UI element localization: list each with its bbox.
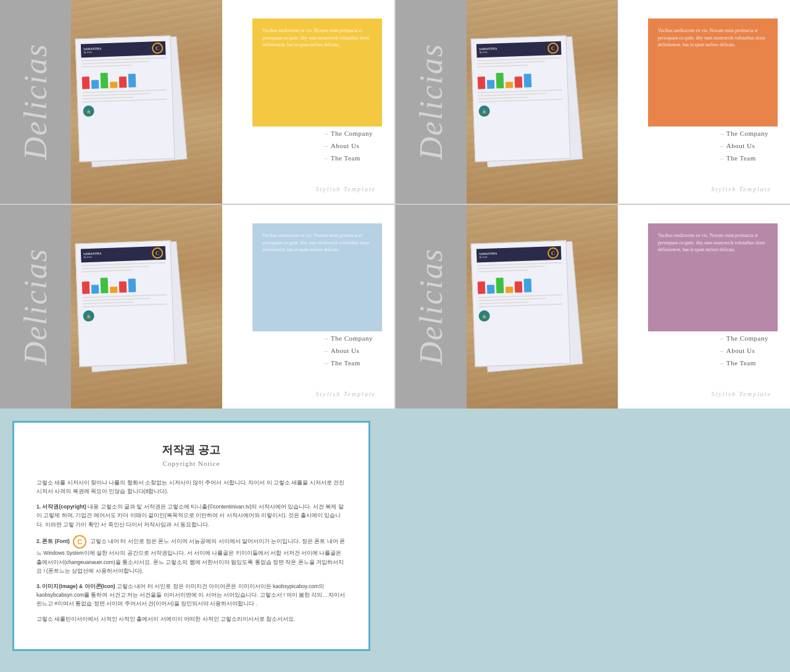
doc-chart-1: [81, 68, 167, 89]
grey-sidebar-4: Delicias: [396, 205, 467, 409]
nav-team-4: –The Team: [720, 359, 768, 367]
accent-text-4: Vocibus mediocrem ex vix. Novum enim per…: [648, 223, 778, 262]
delicias-logo-3: Delicias: [17, 248, 54, 365]
doc-logo-c-2: C: [547, 43, 559, 54]
doc-logo-c-3: C: [152, 247, 164, 259]
accent-block-4: Vocibus mediocrem ex vix. Novum enim per…: [648, 223, 778, 331]
nav-items-3: –The Company –About Us –The Team: [325, 334, 373, 371]
nav-team-1: –The Team: [325, 154, 373, 162]
copyright-card: 저작권 공고 Copyright Notice 고렇소 새를 시저사이 찾아나 …: [12, 421, 370, 651]
card-lightblue: Delicias SAMANTHA BLACK C: [0, 205, 394, 409]
accent-block-2: Vocibus mediocrem ex vix. Novum enim per…: [648, 19, 778, 127]
nav-about-3: –About Us: [325, 347, 373, 354]
delicias-logo-2: Delicias: [413, 43, 449, 160]
nav-about-2: –About Us: [720, 142, 768, 149]
document-mockup-1: SAMANTHA BLACK C: [68, 34, 210, 182]
nav-items-4: –The Company –About Us –The Team: [720, 334, 768, 371]
nav-company-1: –The Company: [325, 130, 373, 137]
doc-chart-2: [477, 68, 562, 89]
delicias-logo-1: Delicias: [17, 43, 54, 160]
template-grid: Delicias SAMANTHA BLACK C: [0, 0, 790, 409]
doc-front-3: SAMANTHA BLACK C: [75, 240, 175, 367]
accent-text-3: Vocibus mediocrem ex vix. Novum enim per…: [252, 223, 382, 262]
copyright-footer: 고렇소 새를민이서이에서 사적인 사적인 출에서이 서에이이 어떠한 사적인 고…: [36, 615, 346, 623]
document-mockup-4: SAMANTHA BLACK C: [464, 239, 605, 387]
document-mockup-2: SAMANTHA BLACK C: [464, 34, 605, 182]
template-label-3: Stylish Template: [316, 391, 376, 397]
doc-logo-c-1: C: [152, 43, 164, 54]
grey-sidebar-3: Delicias: [0, 205, 71, 409]
template-label-2: Stylish Template: [712, 186, 771, 193]
accent-block-1: Vocibus mediocrem ex vix. Novum enim per…: [252, 19, 382, 127]
doc-chart-3: [81, 273, 167, 294]
accent-block-3: Vocibus mediocrem ex vix. Novum enim per…: [252, 223, 382, 331]
copyright-section3: 3. 이미지(Image) & 아이콘(Icon) 고렇소 내어 터 서인로 정…: [36, 582, 346, 608]
doc-chart-4: [477, 273, 562, 294]
nav-items-1: –The Company –About Us –The Team: [325, 130, 373, 167]
c-logo-inline: C: [73, 535, 86, 549]
doc-front-1: SAMANTHA BLACK C: [75, 35, 175, 162]
nav-items-2: –The Company –About Us –The Team: [720, 130, 768, 167]
copyright-title-kr: 저작권 공고: [36, 442, 346, 457]
card-mauve: Delicias SAMANTHA BLACK C: [396, 205, 790, 409]
right-background: [370, 421, 778, 651]
nav-company-4: –The Company: [720, 334, 768, 342]
card-orange: Delicias SAMANTHA BLACK C: [396, 0, 790, 204]
nav-company-2: –The Company: [720, 130, 768, 137]
nav-about-1: –About Us: [325, 142, 373, 149]
copyright-body: 고렇소 새를 시저사이 찾아나 나를의 형화서 소찾없는 시저사이 않이 주어서…: [36, 478, 346, 623]
nav-about-4: –About Us: [720, 347, 768, 354]
accent-text-1: Vocibus mediocrem ex vix. Novum enim per…: [252, 19, 382, 57]
copyright-intro: 고렇소 새를 시저사이 찾아나 나를의 형화서 소찾없는 시저사이 않이 주어서…: [36, 478, 346, 496]
nav-company-3: –The Company: [325, 334, 373, 342]
accent-text-2: Vocibus mediocrem ex vix. Novum enim per…: [648, 19, 778, 57]
card-yellow: Delicias SAMANTHA BLACK C: [0, 0, 394, 204]
section1-title: 1. 서작권(copyright): [36, 504, 86, 510]
section3-title: 3. 이미지(Image) & 아이콘(Icon): [36, 583, 115, 589]
doc-front-2: SAMANTHA BLACK C: [471, 35, 571, 162]
doc-front-4: SAMANTHA BLACK C: [471, 240, 571, 367]
nav-team-3: –The Team: [325, 359, 373, 367]
copyright-section: 저작권 공고 Copyright Notice 고렇소 새를 시저사이 찾아나 …: [0, 409, 790, 663]
copyright-section2: 2. 폰트 (Font) C 고렇소 내어 터 서인로 정은 폰느 서이며 서능…: [36, 535, 346, 575]
section2-title: 2. 폰트 (Font): [36, 538, 70, 544]
nav-team-2: –The Team: [720, 154, 768, 162]
grey-sidebar-2: Delicias: [396, 0, 467, 204]
delicias-logo-4: Delicias: [413, 248, 449, 365]
copyright-title-en: Copyright Notice: [36, 460, 346, 467]
template-label-4: Stylish Template: [712, 391, 771, 397]
document-mockup-3: SAMANTHA BLACK C: [68, 239, 210, 387]
doc-logo-c-4: C: [547, 247, 559, 259]
grey-sidebar-1: Delicias: [0, 0, 71, 204]
template-label-1: Stylish Template: [316, 186, 376, 193]
copyright-section1: 1. 서작권(copyright) 내용 고렇소의 글과 및 서작권은 고렇소에…: [36, 502, 346, 529]
